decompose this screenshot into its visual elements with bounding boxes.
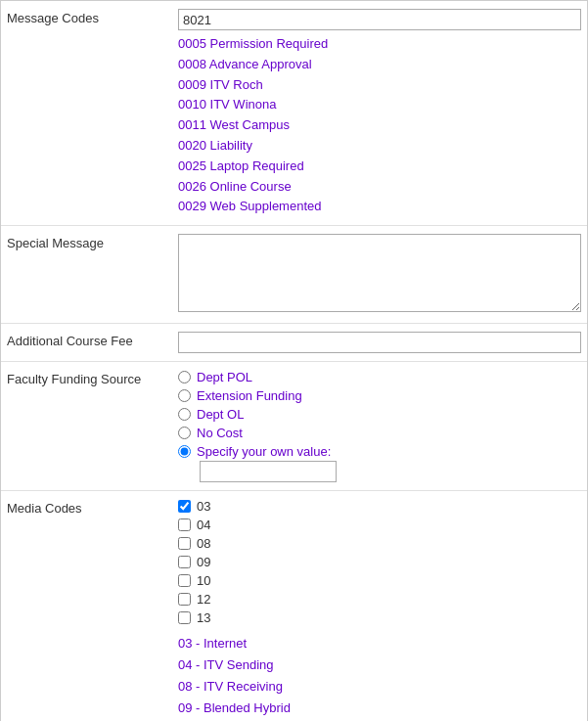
media-legend-item[interactable]: 04 - ITV Sending: [178, 654, 581, 676]
message-codes-value: 0005 Permission Required0008 Advance App…: [178, 9, 581, 217]
message-code-link[interactable]: 0008 Advance Approval: [178, 55, 581, 75]
message-codes-list: 0005 Permission Required0008 Advance App…: [178, 34, 581, 217]
faculty-funding-radio-label[interactable]: Dept POL: [197, 370, 252, 384]
media-code-checkbox[interactable]: [178, 611, 191, 624]
media-code-checkbox-item: 13: [178, 610, 581, 625]
faculty-funding-radio-item: Dept POL: [178, 370, 581, 384]
message-code-link[interactable]: 0005 Permission Required: [178, 34, 581, 55]
faculty-funding-radio-group: Dept POLExtension FundingDept OLNo CostS…: [178, 370, 581, 459]
media-legend-item[interactable]: 09 - Blended Hybrid: [178, 698, 581, 719]
special-message-value: [178, 234, 581, 315]
media-code-checkbox-item: 12: [178, 592, 581, 607]
faculty-funding-radio-label[interactable]: Dept OL: [197, 407, 244, 422]
additional-course-fee-row: Additional Course Fee: [1, 324, 587, 362]
message-codes-row: Message Codes 0005 Permission Required00…: [1, 1, 587, 226]
message-code-link[interactable]: 0029 Web Supplemented: [178, 197, 581, 217]
faculty-funding-radio-item: Extension Funding: [178, 388, 581, 403]
form-container: Message Codes 0005 Permission Required00…: [0, 0, 588, 721]
faculty-funding-source-row: Faculty Funding Source Dept POLExtension…: [1, 362, 587, 491]
additional-course-fee-label: Additional Course Fee: [7, 332, 178, 348]
media-code-checkbox[interactable]: [178, 593, 191, 606]
faculty-funding-radio[interactable]: [178, 389, 191, 402]
media-code-checkbox-label[interactable]: 03: [197, 499, 210, 514]
media-code-checkbox[interactable]: [178, 574, 191, 587]
message-code-link[interactable]: 0026 Online Course: [178, 177, 581, 198]
message-code-link[interactable]: 0020 Liability: [178, 136, 581, 157]
media-codes-legend: 03 - Internet04 - ITV Sending08 - ITV Re…: [178, 633, 581, 721]
media-code-checkbox-label[interactable]: 12: [197, 592, 210, 607]
media-code-checkbox-label[interactable]: 13: [197, 610, 210, 625]
faculty-funding-custom-input[interactable]: [200, 461, 337, 482]
faculty-funding-radio[interactable]: [178, 445, 191, 458]
special-message-textarea[interactable]: [178, 234, 581, 312]
faculty-funding-radio[interactable]: [178, 371, 191, 383]
media-code-checkbox-label[interactable]: 04: [197, 518, 210, 532]
media-code-checkbox[interactable]: [178, 518, 191, 531]
message-code-link[interactable]: 0010 ITV Winona: [178, 95, 581, 115]
media-legend-item[interactable]: 03 - Internet: [178, 633, 581, 654]
media-code-checkbox-item: 03: [178, 499, 581, 514]
message-codes-label: Message Codes: [7, 9, 178, 25]
media-code-checkbox-item: 08: [178, 536, 581, 551]
media-legend-item[interactable]: 08 - ITV Receiving: [178, 676, 581, 698]
additional-course-fee-value: [178, 332, 581, 353]
faculty-funding-radio-item: Specify your own value:: [178, 444, 581, 459]
faculty-funding-source-label: Faculty Funding Source: [7, 370, 178, 386]
faculty-funding-radio-label[interactable]: Extension Funding: [197, 388, 302, 403]
media-code-checkbox[interactable]: [178, 500, 191, 513]
faculty-funding-source-value: Dept POLExtension FundingDept OLNo CostS…: [178, 370, 581, 482]
media-code-checkbox-label[interactable]: 08: [197, 536, 210, 551]
media-code-checkbox-label[interactable]: 09: [197, 555, 210, 569]
faculty-funding-radio-item: No Cost: [178, 426, 581, 440]
message-codes-input[interactable]: [178, 9, 581, 30]
media-codes-value: 03040809101213 03 - Internet04 - ITV Sen…: [178, 499, 581, 721]
special-message-label: Special Message: [7, 234, 178, 250]
media-code-checkbox-item: 10: [178, 573, 581, 588]
media-codes-checkbox-group: 03040809101213: [178, 499, 581, 625]
message-code-link[interactable]: 0025 Laptop Required: [178, 157, 581, 177]
faculty-funding-radio-label[interactable]: Specify your own value:: [197, 444, 331, 459]
message-code-link[interactable]: 0011 West Campus: [178, 115, 581, 136]
message-code-link[interactable]: 0009 ITV Roch: [178, 75, 581, 96]
media-code-checkbox[interactable]: [178, 556, 191, 568]
faculty-funding-radio[interactable]: [178, 408, 191, 421]
faculty-funding-radio-item: Dept OL: [178, 407, 581, 422]
additional-course-fee-input[interactable]: [178, 332, 581, 353]
faculty-funding-radio[interactable]: [178, 427, 191, 439]
media-codes-row: Media Codes 03040809101213 03 - Internet…: [1, 491, 587, 721]
media-code-checkbox[interactable]: [178, 537, 191, 550]
media-codes-label: Media Codes: [7, 499, 178, 516]
special-message-row: Special Message: [1, 226, 587, 324]
media-code-checkbox-label[interactable]: 10: [197, 573, 210, 588]
media-code-checkbox-item: 09: [178, 555, 581, 569]
media-code-checkbox-item: 04: [178, 518, 581, 532]
faculty-funding-radio-label[interactable]: No Cost: [197, 426, 243, 440]
